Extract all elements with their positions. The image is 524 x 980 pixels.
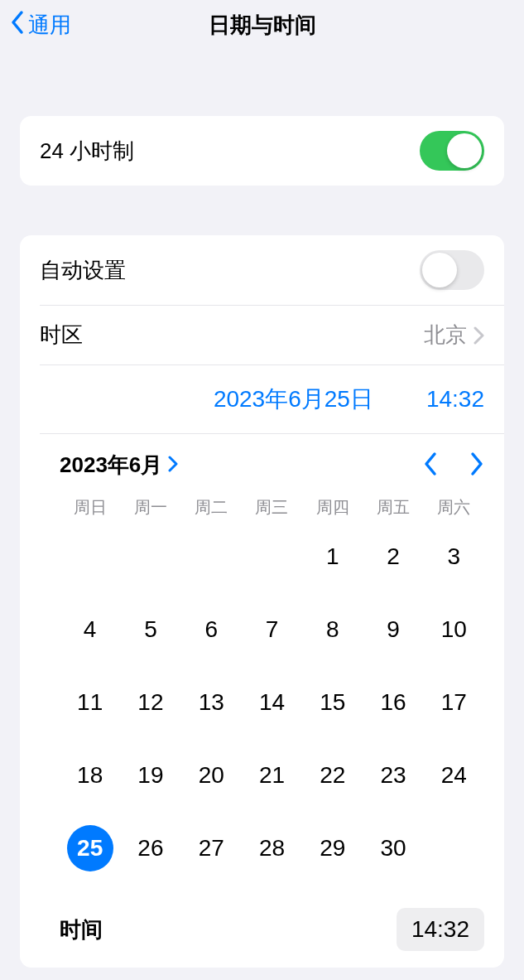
chevron-left-icon	[423, 451, 438, 480]
calendar-day[interactable]: 27	[188, 825, 234, 871]
chevron-left-icon	[10, 10, 28, 41]
calendar-prev-button[interactable]	[423, 451, 438, 480]
selected-date[interactable]: 2023年6月25日	[214, 384, 373, 415]
back-button[interactable]: 通用	[10, 10, 71, 41]
weekday-label: 周一	[120, 496, 180, 519]
autoset-label: 自动设置	[40, 256, 126, 285]
weekday-label: 周六	[424, 496, 484, 519]
calendar-day[interactable]: 22	[310, 752, 356, 799]
weekday-label: 周日	[60, 496, 120, 519]
selected-time[interactable]: 14:32	[426, 386, 484, 413]
hour24-toggle[interactable]	[420, 131, 484, 171]
calendar-day[interactable]: 1	[310, 533, 356, 580]
calendar-day[interactable]: 15	[310, 679, 356, 726]
calendar-day[interactable]: 7	[248, 606, 295, 653]
chevron-right-icon	[469, 451, 484, 480]
calendar-day[interactable]: 23	[370, 752, 416, 799]
timezone-value: 北京	[424, 321, 467, 350]
calendar-month-button[interactable]: 2023年6月	[60, 451, 179, 480]
weekday-label: 周二	[181, 496, 242, 519]
toggle-knob	[422, 253, 457, 287]
calendar-day[interactable]: 26	[127, 825, 174, 871]
calendar-day[interactable]: 12	[127, 679, 174, 726]
calendar-day[interactable]: 4	[67, 606, 113, 653]
calendar-day[interactable]: 30	[370, 825, 416, 871]
weekday-label: 周五	[363, 496, 423, 519]
weekday-label: 周四	[302, 496, 363, 519]
time-label: 时间	[60, 915, 103, 944]
calendar-day[interactable]: 6	[188, 606, 234, 653]
calendar-day[interactable]: 5	[127, 606, 174, 653]
autoset-toggle[interactable]	[420, 250, 484, 290]
calendar-day[interactable]: 20	[188, 752, 234, 799]
calendar-day[interactable]: 8	[310, 606, 356, 653]
toggle-knob	[447, 133, 482, 168]
calendar-day[interactable]: 2	[370, 533, 416, 580]
hour24-label: 24 小时制	[40, 137, 134, 166]
calendar-month-label: 2023年6月	[60, 451, 162, 480]
calendar-day[interactable]: 14	[248, 679, 295, 726]
time-picker-button[interactable]: 14:32	[397, 908, 484, 951]
calendar-day[interactable]: 19	[127, 752, 174, 799]
calendar-day[interactable]: 24	[430, 752, 477, 799]
calendar-day[interactable]: 9	[370, 606, 416, 653]
calendar-empty-cell	[248, 533, 295, 580]
calendar-day[interactable]: 18	[67, 752, 113, 799]
calendar-day[interactable]: 25	[67, 825, 113, 871]
calendar-empty-cell	[67, 533, 113, 580]
calendar-day[interactable]: 13	[188, 679, 234, 726]
calendar-day[interactable]: 16	[370, 679, 416, 726]
calendar-empty-cell	[188, 533, 234, 580]
timezone-row[interactable]: 北京	[424, 321, 484, 350]
calendar-day[interactable]: 11	[67, 679, 113, 726]
calendar-day[interactable]: 29	[310, 825, 356, 871]
calendar-day[interactable]: 17	[430, 679, 477, 726]
calendar-day[interactable]: 3	[430, 533, 477, 580]
calendar-empty-cell	[127, 533, 174, 580]
back-label: 通用	[28, 11, 71, 40]
calendar-day[interactable]: 28	[248, 825, 295, 871]
weekday-label: 周三	[242, 496, 302, 519]
calendar-day[interactable]: 21	[248, 752, 295, 799]
chevron-right-icon	[162, 452, 179, 478]
timezone-label: 时区	[40, 321, 83, 350]
chevron-right-icon	[474, 326, 484, 345]
calendar-next-button[interactable]	[469, 451, 484, 480]
page-title: 日期与时间	[209, 11, 316, 40]
calendar-day[interactable]: 10	[430, 606, 477, 653]
